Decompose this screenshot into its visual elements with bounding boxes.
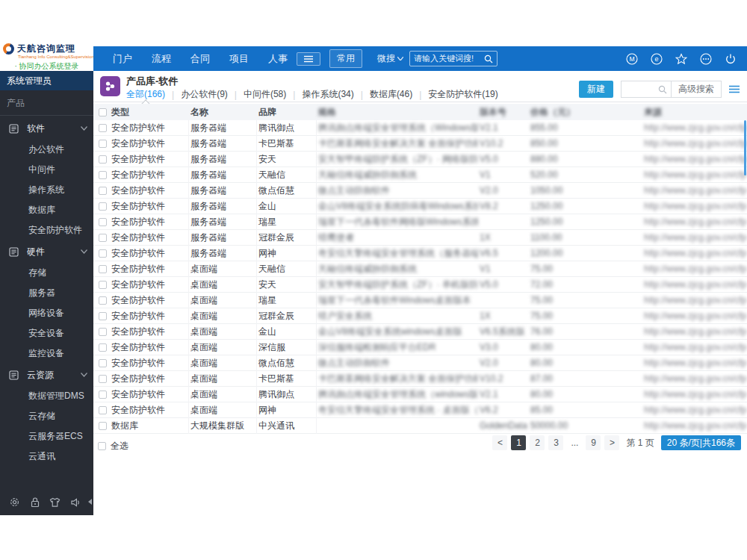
table-row[interactable]: 安全防护软件桌面端网神奇安信天擎终端安全管理系统 · 桌面版（…）V6.285.… xyxy=(93,402,747,418)
nav-item[interactable]: 门户 xyxy=(113,52,132,66)
table-row[interactable]: 安全防护软件桌面端腾讯御点腾讯御点终端安全管理系统（windows版）V2.1V… xyxy=(93,387,747,402)
list-view-icon[interactable] xyxy=(729,85,740,93)
row-checkbox[interactable] xyxy=(99,140,107,148)
table-row[interactable]: 安全防护软件桌面端微点佰慧微点主动防御软件V2.080.00http://www… xyxy=(93,355,747,371)
sidebar-item-服务器[interactable]: 服务器 xyxy=(0,283,93,303)
table-row[interactable]: 安全防护软件桌面端冠群金辰猎户安全系统1X75.00http://www.zjc… xyxy=(93,308,747,324)
table-row[interactable]: 安全防护软件服务器端金山金山V8终端安全系统防病毒Windows系统服务器版V8… xyxy=(93,199,747,214)
table-scrollbar-thumb[interactable] xyxy=(744,120,746,175)
favorite-star-icon[interactable] xyxy=(675,53,687,65)
row-checkbox[interactable] xyxy=(99,359,107,367)
table-row[interactable]: 安全防护软件服务器端微点佰慧微点主动防御软件V2.01050.00http://… xyxy=(93,183,747,199)
speaker-icon[interactable] xyxy=(70,497,81,508)
table-row[interactable]: 安全防护软件桌面端瑞星瑞星下一代杀毒软件Windows桌面版本75.00http… xyxy=(93,293,747,308)
tab-中间件(58)[interactable]: 中间件(58) xyxy=(244,88,286,101)
page-button-1[interactable]: 1 xyxy=(511,435,526,450)
table-row[interactable]: 安全防护软件桌面端金山金山V8终端安全系统windows桌面版V6.5系统版76… xyxy=(93,324,747,340)
table-row[interactable]: 安全防护软件服务器端安天安天智甲终端防护系统（ZF）· 网络版防病毒V5.088… xyxy=(93,152,747,167)
next-page-button[interactable]: > xyxy=(604,435,619,450)
sidebar-item-中间件[interactable]: 中间件 xyxy=(0,160,93,180)
sidebar-item-云服务器ECS[interactable]: 云服务器ECS xyxy=(0,426,93,447)
sidebar-item-云存储[interactable]: 云存储 xyxy=(0,406,93,426)
row-checkbox[interactable] xyxy=(99,265,107,273)
select-all-checkbox[interactable] xyxy=(98,442,106,450)
page-button-9[interactable]: 9 xyxy=(586,435,601,450)
table-row[interactable]: 安全防护软件服务器端腾讯御点腾讯御点终端安全管理系统（Windows版）V2.1… xyxy=(93,120,747,136)
sidebar-item-操作系统[interactable]: 操作系统 xyxy=(0,180,93,200)
table-row[interactable]: 安全防护软件桌面端天融信天融信终端威胁防御系统V175.00http://www… xyxy=(93,261,747,277)
table-row[interactable]: 安全防护软件服务器端天融信天融信终端威胁防御系统V1520.00http://w… xyxy=(93,167,747,183)
sidebar-item-办公软件[interactable]: 办公软件 xyxy=(0,140,93,160)
row-checkbox[interactable] xyxy=(99,422,107,430)
row-checkbox[interactable] xyxy=(99,187,107,195)
sidebar-item-监控设备[interactable]: 监控设备 xyxy=(0,343,93,364)
nav-item[interactable]: 合同 xyxy=(190,52,210,66)
tab-安全防护软件(19)[interactable]: 安全防护软件(19) xyxy=(428,88,498,101)
row-checkbox[interactable] xyxy=(99,124,107,132)
row-checkbox[interactable] xyxy=(99,328,107,336)
nav-item[interactable]: 人事 xyxy=(268,52,288,66)
more-options-icon[interactable] xyxy=(700,53,712,65)
row-checkbox[interactable] xyxy=(99,249,107,258)
page-size-badge[interactable]: 20 条/页|共166条 xyxy=(661,435,741,450)
lock-icon[interactable] xyxy=(30,497,40,508)
row-checkbox[interactable] xyxy=(99,406,107,414)
sidebar-collapse-icon[interactable] xyxy=(88,499,92,505)
header-checkbox[interactable] xyxy=(99,108,107,116)
nav-item-common[interactable]: 常用 xyxy=(329,49,362,68)
row-checkbox[interactable] xyxy=(99,375,107,383)
cell-version: V1 xyxy=(478,169,529,180)
m-circle-icon[interactable]: M xyxy=(626,53,638,65)
row-checkbox[interactable] xyxy=(99,155,107,164)
nav-more-menu-icon[interactable] xyxy=(297,52,320,66)
tab-操作系统(34)[interactable]: 操作系统(34) xyxy=(302,88,353,101)
sidebar-group-软件[interactable]: 软件 xyxy=(0,117,93,140)
advanced-search-button[interactable]: 高级搜索 xyxy=(671,81,721,97)
table-row[interactable]: 数据库大规模集群版中兴通讯GoldenData s...50000.00http… xyxy=(93,418,747,434)
table-row[interactable]: 安全防护软件服务器端网神奇安信天擎终端安全管理系统（服务器端）V6.51200.… xyxy=(93,246,747,261)
new-button[interactable]: 新建 xyxy=(579,81,613,98)
nav-item[interactable]: 流程 xyxy=(152,52,171,66)
cell-type: 安全防护软件 xyxy=(110,261,189,277)
tab-数据库(46)[interactable]: 数据库(46) xyxy=(370,88,412,101)
global-search-input[interactable]: 请输入关键词搜! xyxy=(409,51,498,66)
row-checkbox[interactable] xyxy=(99,296,107,305)
theme-shirt-icon[interactable] xyxy=(49,497,61,508)
sidebar-item-存储[interactable]: 存储 xyxy=(0,263,93,283)
row-checkbox[interactable] xyxy=(99,171,107,179)
search-scope-dropdown[interactable]: 微搜 xyxy=(377,52,403,65)
prev-page-button[interactable]: < xyxy=(492,435,507,450)
row-checkbox[interactable] xyxy=(99,202,107,211)
sidebar-item-数据管理DMS[interactable]: 数据管理DMS xyxy=(0,386,93,406)
table-row[interactable]: 安全防护软件桌面端安天安天智甲终端防护系统（ZF）· 单机版防病毒V5.072.… xyxy=(93,277,747,293)
row-checkbox[interactable] xyxy=(99,281,107,289)
page-button-3[interactable]: 3 xyxy=(548,435,563,450)
sidebar-item-数据库[interactable]: 数据库 xyxy=(0,200,93,220)
row-checkbox[interactable] xyxy=(99,312,107,320)
row-checkbox[interactable] xyxy=(99,218,107,226)
row-checkbox[interactable] xyxy=(99,391,107,399)
tab-全部(166)[interactable]: 全部(166) xyxy=(126,88,165,101)
row-checkbox[interactable] xyxy=(99,234,107,242)
sidebar-group-硬件[interactable]: 硬件 xyxy=(0,240,93,263)
table-row[interactable]: 安全防护软件服务器端冠群金辰猎鹰使者1X1100.00http://www.zj… xyxy=(93,230,747,246)
table-row[interactable]: 安全防护软件桌面端卡巴斯基卡巴斯基网络安全解决方案 全面保护功能 标准版 - 标… xyxy=(93,371,747,387)
table-search-input[interactable] xyxy=(622,85,671,94)
sidebar-item-安全防护软件[interactable]: 安全防护软件 xyxy=(0,220,93,240)
row-checkbox-cell xyxy=(93,375,110,383)
table-row[interactable]: 安全防护软件服务器端卡巴斯基卡巴斯基网络安全解决方案 全面保护功能 高级版...… xyxy=(93,136,747,152)
e-circle-icon[interactable]: e xyxy=(651,53,663,65)
sidebar-item-云通讯[interactable]: 云通讯 xyxy=(0,447,93,467)
row-checkbox[interactable] xyxy=(99,343,107,352)
sidebar-item-网络设备[interactable]: 网络设备 xyxy=(0,303,93,323)
sidebar-item-安全设备[interactable]: 安全设备 xyxy=(0,323,93,343)
power-icon[interactable] xyxy=(725,53,737,65)
tab-办公软件(9)[interactable]: 办公软件(9) xyxy=(181,88,228,101)
table-row[interactable]: 安全防护软件桌面端深信服深信服终端检测响应平台EDRV3.080.00http:… xyxy=(93,340,747,355)
nav-item[interactable]: 项目 xyxy=(229,52,249,66)
collab-login-link[interactable]: · 协同办公系统登录 xyxy=(3,61,90,72)
sidebar-group-云资源[interactable]: 云资源 xyxy=(0,364,93,386)
gear-icon[interactable] xyxy=(9,497,20,508)
table-row[interactable]: 安全防护软件服务器端瑞星瑞星下一代杀毒软件网络版Windows系统·服务器端12… xyxy=(93,214,747,230)
page-button-2[interactable]: 2 xyxy=(530,435,545,450)
